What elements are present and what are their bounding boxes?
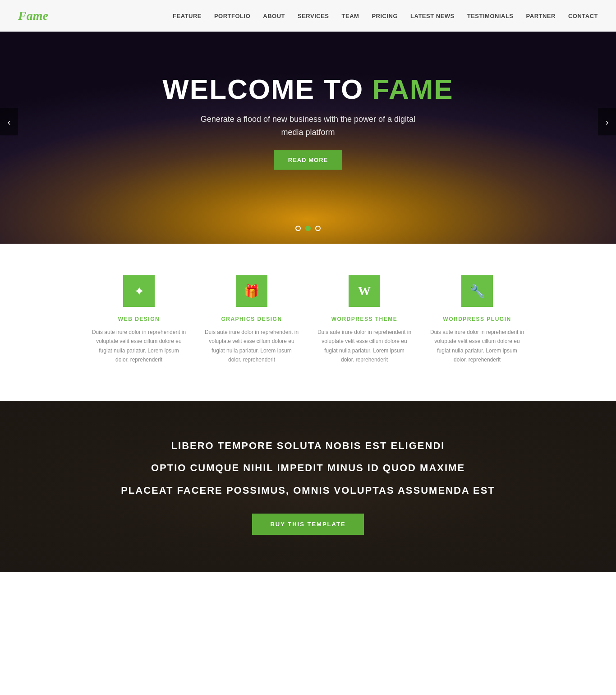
hero-title: WELCOME TO FAME bbox=[162, 74, 453, 105]
hero-content: WELCOME TO FAME Generate a flood of new … bbox=[162, 74, 453, 170]
nav-item-services[interactable]: SERVICES bbox=[298, 13, 329, 19]
feature-title: WORDPRESS PLUGIN bbox=[430, 316, 524, 322]
feature-text: Duis aute irure dolor in reprehenderit i… bbox=[92, 328, 186, 365]
nav-item-latest-news[interactable]: LATEST NEWS bbox=[410, 13, 455, 19]
nav-menu: FEATUREPORTFOLIOABOUTSERVICESTEAMPRICING… bbox=[173, 12, 598, 20]
site-logo[interactable]: Fame bbox=[18, 9, 48, 23]
cta-line2: OPTIO CUMQUE NIHIL IMPEDIT MINUS ID QUOD… bbox=[151, 460, 465, 476]
hero-title-brand: FAME bbox=[372, 74, 453, 105]
navbar: Fame FEATUREPORTFOLIOABOUTSERVICESTEAMPR… bbox=[0, 0, 616, 32]
hero-dots bbox=[295, 226, 321, 231]
nav-item-about[interactable]: ABOUT bbox=[263, 13, 285, 19]
nav-item-pricing[interactable]: PRICING bbox=[372, 13, 398, 19]
hero-dot-1[interactable] bbox=[295, 226, 301, 231]
feature-item-wordpress-theme: WWORDPRESS THEMEDuis aute irure dolor in… bbox=[308, 275, 421, 365]
hero-prev-button[interactable]: ‹ bbox=[0, 108, 18, 135]
nav-item-testimonials[interactable]: TESTIMONIALS bbox=[467, 13, 514, 19]
feature-item-wordpress-plugin: 🔧WORDPRESS PLUGINDuis aute irure dolor i… bbox=[421, 275, 533, 365]
nav-item-team[interactable]: TEAM bbox=[342, 13, 359, 19]
hero-read-more-button[interactable]: READ MORE bbox=[274, 150, 342, 170]
features-section: ✦WEB DESIGNDuis aute irure dolor in repr… bbox=[0, 244, 616, 401]
cta-section: LIBERO TEMPORE SOLUTA NOBIS EST ELIGENDI… bbox=[0, 401, 616, 572]
feature-title: GRAPHICS DESIGN bbox=[204, 316, 299, 322]
feature-icon-wp: W bbox=[349, 275, 380, 307]
nav-item-portfolio[interactable]: PORTFOLIO bbox=[214, 13, 250, 19]
cta-buy-button[interactable]: BUY THIS TEMPLATE bbox=[252, 514, 363, 535]
features-container: ✦WEB DESIGNDuis aute irure dolor in repr… bbox=[60, 275, 556, 365]
cta-line3: PLACEAT FACERE POSSIMUS, OMNIS VOLUPTAS … bbox=[121, 482, 495, 498]
hero-section: ‹ WELCOME TO FAME Generate a flood of ne… bbox=[0, 0, 616, 244]
feature-item-graphics-design: 🎁GRAPHICS DESIGNDuis aute irure dolor in… bbox=[195, 275, 308, 365]
feature-title: WEB DESIGN bbox=[92, 316, 186, 322]
feature-text: Duis aute irure dolor in reprehenderit i… bbox=[204, 328, 299, 365]
feature-title: WORDPRESS THEME bbox=[317, 316, 412, 322]
cta-line1: LIBERO TEMPORE SOLUTA NOBIS EST ELIGENDI bbox=[171, 438, 445, 454]
hero-title-prefix: WELCOME TO bbox=[162, 74, 372, 105]
nav-item-partner[interactable]: PARTNER bbox=[526, 13, 556, 19]
feature-icon-wrench: 🔧 bbox=[461, 275, 493, 307]
feature-text: Duis aute irure dolor in reprehenderit i… bbox=[317, 328, 412, 365]
nav-item-contact[interactable]: CONTACT bbox=[568, 13, 598, 19]
hero-dot-2[interactable] bbox=[305, 226, 311, 231]
hero-subtitle: Generate a flood of new business with th… bbox=[191, 113, 425, 139]
feature-item-web-design: ✦WEB DESIGNDuis aute irure dolor in repr… bbox=[83, 275, 195, 365]
nav-item-feature[interactable]: FEATURE bbox=[173, 13, 202, 19]
hero-dot-3[interactable] bbox=[315, 226, 321, 231]
feature-text: Duis aute irure dolor in reprehenderit i… bbox=[430, 328, 524, 365]
feature-icon-gift: 🎁 bbox=[236, 275, 267, 307]
feature-icon-wand: ✦ bbox=[123, 275, 155, 307]
hero-next-button[interactable]: › bbox=[598, 108, 616, 135]
